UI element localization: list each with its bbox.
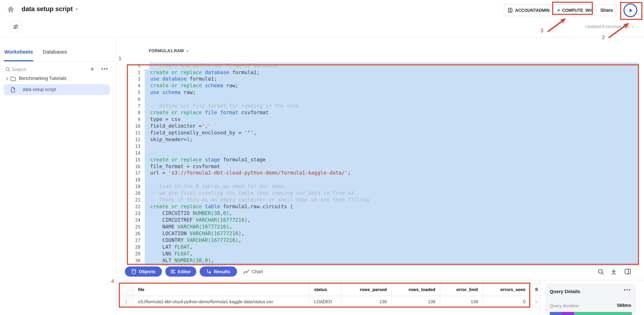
objects-label: Objects bbox=[139, 269, 155, 274]
search-input[interactable]: Search bbox=[12, 67, 26, 72]
table-cell[interactable]: 1 bbox=[119, 296, 133, 307]
sidebar-item-selected[interactable]: data setup script bbox=[4, 84, 110, 95]
table-cell[interactable]: s3://formula1-dbt-cloud-python-demo/form… bbox=[133, 296, 310, 307]
editor-button[interactable]: Editor bbox=[165, 266, 196, 276]
context-label: FORMULA1.RAW bbox=[149, 49, 184, 53]
warehouse-selector[interactable]: COMPUTE_WH bbox=[554, 5, 596, 16]
worksheet-title[interactable]: data setup script ▾ bbox=[22, 6, 78, 13]
role-selector[interactable]: ACCOUNTADMIN bbox=[504, 5, 553, 16]
code-line[interactable]: 19-- load in the 8 tables we need for ou… bbox=[116, 183, 644, 190]
query-details-title: Query Details bbox=[550, 289, 580, 294]
sliders-icon bbox=[12, 24, 18, 30]
table-cell[interactable]: 0 bbox=[483, 296, 530, 307]
tab-worksheets[interactable]: Worksheets bbox=[4, 49, 33, 55]
code-line[interactable]: 1-- create and define our formula1 datab… bbox=[116, 63, 644, 69]
play-icon bbox=[627, 7, 634, 14]
tab-databases-label: Databases bbox=[43, 49, 67, 55]
results-button[interactable]: Results bbox=[200, 266, 237, 276]
role-label: ACCOUNTADMIN bbox=[515, 8, 550, 13]
editor-label: Editor bbox=[178, 269, 191, 274]
query-details-menu-button[interactable]: ●●● bbox=[624, 288, 631, 291]
run-button[interactable] bbox=[624, 3, 637, 17]
code-line[interactable]: 16file_format = csvformat bbox=[116, 163, 644, 170]
tab-databases[interactable]: Databases bbox=[43, 49, 67, 55]
worksheet-title-text: data setup script bbox=[22, 6, 73, 13]
download-icon bbox=[611, 268, 617, 275]
code-line[interactable]: 11field_optionally_enclosed_by = '"', bbox=[116, 130, 644, 136]
code-line[interactable]: 14-- bbox=[116, 150, 644, 156]
column-header[interactable]: file bbox=[133, 283, 310, 296]
new-worksheet-button[interactable]: + bbox=[90, 65, 94, 73]
results-data-row[interactable]: 1s3://formula1-dbt-cloud-python-demo/for… bbox=[119, 296, 540, 307]
split-columns-icon bbox=[624, 268, 631, 274]
code-line[interactable]: 21-- think of this as an empty container… bbox=[116, 197, 644, 203]
code-line[interactable]: 27 COUNTRY VARCHAR(16777216), bbox=[116, 237, 644, 244]
warehouse-status-dot bbox=[557, 9, 560, 12]
table-cell[interactable]: 139 bbox=[440, 296, 483, 307]
worksheet-search[interactable]: Search + ●●● bbox=[0, 66, 116, 75]
code-line[interactable]: 23 CIRCUITID NUMBER(38,0), bbox=[116, 210, 644, 217]
code-line[interactable]: 26 LOCATION VARCHAR(16777216), bbox=[116, 230, 644, 237]
objects-button[interactable]: Objects bbox=[125, 266, 162, 276]
warehouse-label: COMPUTE_WH bbox=[562, 8, 592, 13]
table-cell[interactable]: 139 bbox=[341, 296, 392, 307]
code-line[interactable]: 15create or replace stage formula1_stage bbox=[116, 156, 644, 163]
code-line[interactable]: 25 NAME VARCHAR(16777216), bbox=[116, 224, 644, 230]
code-line[interactable]: 13 bbox=[116, 143, 644, 150]
search-results-button[interactable] bbox=[597, 268, 604, 275]
sidebar-more-button[interactable]: ●●● bbox=[101, 67, 108, 70]
code-line[interactable]: 9type = csv bbox=[116, 116, 644, 123]
database-schema-selector[interactable]: FORMULA1.RAW ▾ bbox=[149, 49, 188, 53]
code-line[interactable]: 6 bbox=[116, 96, 644, 103]
duration-bar-segment bbox=[550, 312, 562, 315]
chart-button[interactable]: Chart bbox=[244, 266, 263, 276]
code-line[interactable]: 22create or replace table formula1.raw.c… bbox=[116, 203, 644, 210]
context-caret: ▾ bbox=[187, 49, 188, 53]
column-header[interactable]: status bbox=[310, 283, 341, 296]
column-header[interactable]: rows_parsed bbox=[341, 283, 392, 296]
code-line[interactable]: 30 ALT NUMBER(38,0), bbox=[116, 257, 644, 264]
home-icon[interactable] bbox=[7, 6, 15, 14]
code-line[interactable]: 10field_delimiter =',' bbox=[116, 123, 644, 130]
folder-label: Benchmarking Tutorials bbox=[19, 76, 66, 81]
chart-label: Chart bbox=[252, 269, 263, 274]
column-header[interactable]: errors_seen bbox=[483, 283, 530, 296]
duration-bar-segment bbox=[562, 312, 574, 315]
return-arrow-icon bbox=[206, 269, 212, 274]
sidebar-item-folder[interactable]: Benchmarking Tutorials bbox=[0, 75, 116, 83]
code-line[interactable]: 29 LNG FLOAT, bbox=[116, 250, 644, 257]
code-line[interactable]: 5use schema raw; bbox=[116, 90, 644, 96]
code-line[interactable]: 8create or replace file format csvformat bbox=[116, 110, 644, 116]
results-label: Results bbox=[214, 269, 230, 274]
code-line[interactable]: 28 LAT FLOAT, bbox=[116, 244, 644, 250]
code-line[interactable]: 12skip_header=1; bbox=[116, 136, 644, 143]
code-line[interactable]: 18 bbox=[116, 177, 644, 183]
code-line[interactable]: 17url = 's3://formula1-dbt-cloud-python-… bbox=[116, 170, 644, 177]
column-header[interactable]: fi bbox=[530, 283, 540, 296]
code-line[interactable]: 3use database formula1; bbox=[116, 76, 644, 83]
code-line[interactable]: 4create or replace schema raw; bbox=[116, 83, 644, 90]
table-cell[interactable]: 139 bbox=[392, 296, 440, 307]
code-line[interactable]: 31 URL VARCHAR(16777216), bbox=[116, 264, 644, 265]
column-header[interactable]: rows_loaded bbox=[392, 283, 440, 296]
file-icon bbox=[10, 87, 16, 93]
code-line[interactable]: 20-- we are first creating the table the… bbox=[116, 190, 644, 197]
split-pane-button[interactable] bbox=[624, 268, 631, 275]
column-header[interactable]: error_limit bbox=[440, 283, 483, 296]
database-icon bbox=[131, 269, 136, 274]
table-cell[interactable]: LOADED bbox=[310, 296, 341, 307]
worksheet-options-button[interactable] bbox=[9, 21, 22, 32]
results-table[interactable]: filestatusrows_parsedrows_loadederror_li… bbox=[119, 283, 540, 307]
table-cell[interactable]: n bbox=[530, 296, 540, 307]
snowsight-worksheet-page: data setup script ▾ ACCOUNTADMIN bbox=[0, 0, 644, 315]
download-results-button[interactable] bbox=[610, 268, 617, 275]
sql-editor[interactable]: 1-- create and define our formula1 datab… bbox=[116, 59, 644, 265]
column-header[interactable] bbox=[119, 283, 133, 296]
selected-worksheet-label: data setup script bbox=[22, 87, 56, 92]
tab-worksheets-label: Worksheets bbox=[4, 49, 33, 55]
code-line[interactable]: 24 CIRCUITREF VARCHAR(16777216), bbox=[116, 217, 644, 224]
share-button[interactable]: Share bbox=[596, 5, 618, 16]
code-line[interactable]: 7-- define our file format for reading i… bbox=[116, 103, 644, 110]
updated-status[interactable]: Updated 8 seconds ago ▾ bbox=[585, 24, 633, 29]
code-line[interactable]: 2create or replace database formula1; bbox=[116, 69, 644, 76]
